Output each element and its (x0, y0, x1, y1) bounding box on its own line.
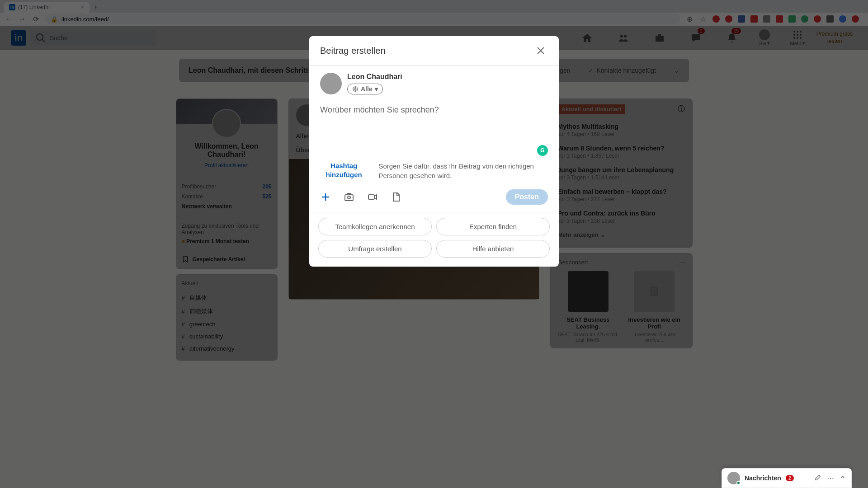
audience-selector[interactable]: Alle ▾ (347, 84, 383, 94)
globe-icon (352, 86, 359, 92)
camera-icon (344, 192, 354, 202)
modal-overlay[interactable]: Beitrag erstellen Leon Chaudhari Alle ▾ … (0, 0, 868, 488)
editor-placeholder: Worüber möchten Sie sprechen? (320, 105, 548, 115)
close-icon (535, 45, 546, 56)
document-icon (391, 192, 401, 202)
video-icon (367, 192, 378, 202)
avatar (727, 472, 740, 484)
svg-rect-18 (368, 195, 374, 199)
add-photo-button[interactable] (344, 192, 354, 202)
suggestion-poll[interactable]: Umfrage erstellen (318, 240, 432, 258)
compose-icon[interactable] (814, 474, 821, 481)
add-hashtag-button[interactable]: Hashtag hinzufügen (320, 161, 368, 179)
chevron-up-icon[interactable] (840, 474, 846, 480)
grammarly-icon[interactable]: G (537, 145, 548, 156)
svg-rect-16 (345, 195, 353, 201)
add-more-button[interactable] (320, 192, 331, 202)
svg-point-17 (348, 196, 350, 199)
more-icon[interactable]: ⋯ (827, 474, 834, 483)
presence-indicator (736, 481, 741, 485)
suggestion-offer-help[interactable]: Hilfe anbieten (436, 240, 550, 258)
suggestion-find-experts[interactable]: Experten finden (436, 218, 550, 235)
post-editor[interactable]: Worüber möchten Sie sprechen? G (309, 98, 559, 161)
add-video-button[interactable] (367, 192, 378, 202)
messaging-dock[interactable]: Nachrichten 2 ⋯ (722, 468, 852, 488)
messaging-label: Nachrichten (745, 474, 781, 482)
close-button[interactable] (533, 43, 548, 58)
chevron-down-icon: ▾ (375, 85, 378, 93)
add-document-button[interactable] (391, 192, 401, 202)
create-post-modal: Beitrag erstellen Leon Chaudhari Alle ▾ … (309, 36, 559, 267)
modal-title: Beitrag erstellen (320, 46, 386, 56)
hashtag-hint: Sorgen Sie dafür, dass Ihr Beitrag von d… (378, 161, 548, 180)
avatar (320, 73, 342, 94)
post-button[interactable]: Posten (506, 189, 548, 205)
plus-icon (320, 192, 331, 202)
suggestion-recognize[interactable]: Teamkollegen anerkennen (318, 218, 432, 235)
messaging-badge: 2 (786, 475, 794, 481)
modal-user-name: Leon Chaudhari (347, 73, 402, 81)
